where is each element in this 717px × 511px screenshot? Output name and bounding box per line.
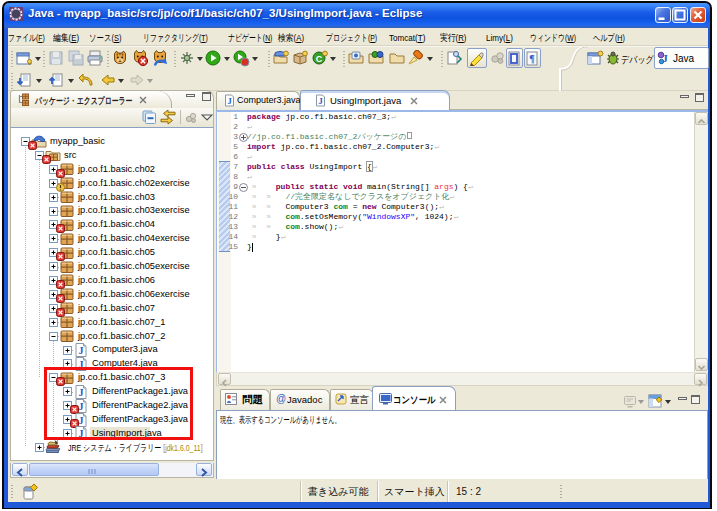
svg-text:C: C bbox=[316, 54, 323, 64]
svg-text:¶: ¶ bbox=[529, 53, 534, 64]
svg-text:J: J bbox=[79, 345, 84, 356]
